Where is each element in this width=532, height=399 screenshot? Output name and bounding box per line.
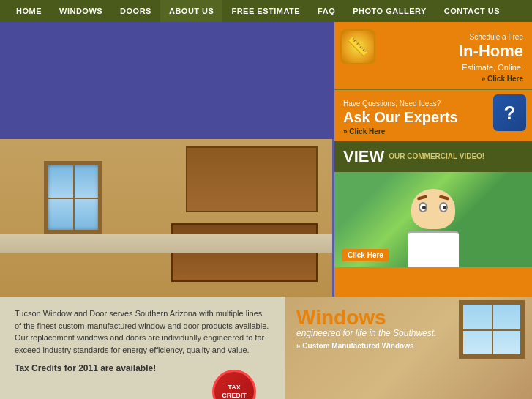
estimate-sub-text: Estimate, Online! [462, 63, 523, 72]
question-mark-icon: ? [493, 94, 526, 131]
have-questions-text: Have Questions, Need Ideas? [343, 100, 441, 108]
character-body [408, 231, 459, 267]
right-sidebar: 📏 Schedule a Free In-Home Estimate, Onli… [334, 22, 532, 297]
char-brow-right [439, 195, 450, 200]
character-head [411, 189, 455, 229]
bottom-left: Tucson Window and Door serves Southern A… [0, 297, 285, 399]
navigation: HOME WINDOWS DOORS ABOUT US FREE ESTIMAT… [0, 0, 532, 22]
bottom-section: Tucson Window and Door serves Southern A… [0, 297, 532, 399]
schedule-text: Schedule a Free In-Home Estimate, Online… [364, 29, 523, 83]
ask-experts-title: Ask Our Experts [343, 109, 458, 125]
hero-banner [0, 22, 334, 139]
nav-doors[interactable]: DOORS [111, 0, 160, 22]
nav-contact[interactable]: CONTACT US [435, 0, 509, 22]
nav-photo-gallery[interactable]: PHOTO GALLERY [344, 0, 435, 22]
nav-free-estimate[interactable]: FREE ESTIMATE [222, 0, 309, 22]
bottom-right-promo: Windows engineered for life in the South… [285, 297, 532, 399]
center-content [0, 22, 334, 297]
kitchen-image [0, 139, 332, 297]
video-thumbnail[interactable]: Click Here [334, 172, 532, 267]
tax-credit-area: Tax Credits for 2011 are available! TAX … [15, 362, 271, 375]
click-here-schedule[interactable]: Click Here [364, 75, 523, 83]
kitchen-bg [0, 139, 332, 297]
video-character [389, 187, 477, 267]
main-wrapper: 📏 Schedule a Free In-Home Estimate, Onli… [0, 22, 532, 297]
window-image [459, 300, 525, 359]
nav-faq[interactable]: FAQ [309, 0, 344, 22]
cabinet-top [186, 146, 318, 212]
tape-measure-icon: 📏 [340, 29, 375, 64]
char-brow-left [417, 195, 428, 200]
cabinet-bottom [171, 223, 318, 282]
commercial-text: OUR COMMERCIAL VIDEO! [389, 152, 484, 161]
char-eye-right [439, 202, 448, 212]
view-label: VIEW [343, 147, 384, 166]
nav-about[interactable]: ABOUT US [160, 0, 222, 22]
video-click-here[interactable]: Click Here [342, 249, 389, 261]
view-video-section: VIEW OUR COMMERCIAL VIDEO! [334, 141, 532, 172]
click-here-experts[interactable]: Click Here [343, 127, 488, 135]
window-frame [459, 300, 525, 359]
nav-windows[interactable]: WINDOWS [50, 0, 111, 22]
in-home-title: In-Home [459, 42, 523, 60]
nav-home[interactable]: HOME [7, 0, 50, 22]
schedule-small-text: Schedule a Free [470, 33, 523, 41]
schedule-section: 📏 Schedule a Free In-Home Estimate, Onli… [334, 22, 532, 89]
ask-experts-section: ? Have Questions, Need Ideas? Ask Our Ex… [334, 89, 532, 141]
kitchen-window [44, 161, 102, 234]
body-text: Tucson Window and Door serves Southern A… [15, 307, 271, 356]
char-eye-left [419, 202, 427, 212]
kitchen-counter [0, 234, 332, 253]
